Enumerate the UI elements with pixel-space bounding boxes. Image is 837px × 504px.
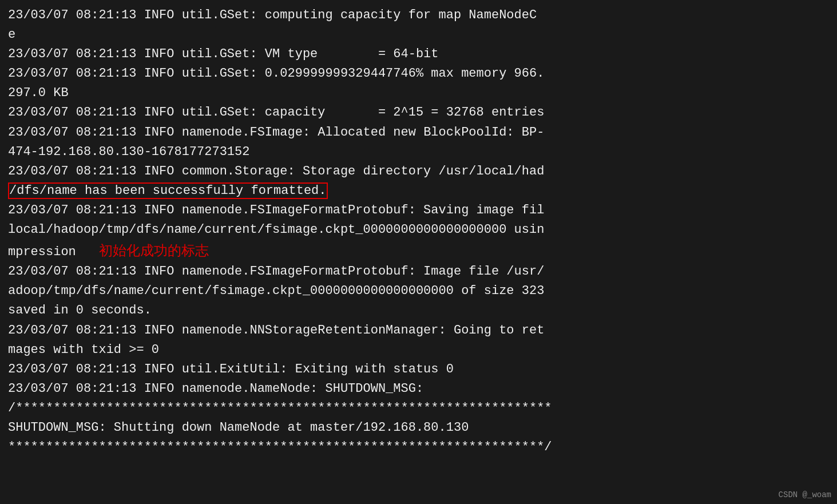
- log-line-3b: 297.0 KB: [8, 84, 829, 103]
- log-line-6a: 23/03/07 08:21:13 INFO common.Storage: S…: [8, 162, 829, 181]
- log-line-2: 23/03/07 08:21:13 INFO util.GSet: VM typ…: [8, 45, 829, 64]
- log-line-9b: mages with txid >= 0: [8, 340, 829, 360]
- log-line-3: 23/03/07 08:21:13 INFO util.GSet: 0.0299…: [8, 64, 829, 84]
- log-text-mpression: mpression: [8, 243, 76, 262]
- log-line-8a: 23/03/07 08:21:13 INFO namenode.FSImageF…: [8, 262, 829, 281]
- log-line-12: /***************************************…: [8, 399, 829, 418]
- log-line-14: ****************************************…: [8, 438, 829, 457]
- log-line-5b: 474-192.168.80.130-1678177273152: [8, 142, 829, 162]
- log-line-5a: 23/03/07 08:21:13 INFO namenode.FSImage:…: [8, 123, 829, 142]
- allocated-text: Allocated: [318, 125, 386, 140]
- log-line-7b: local/hadoop/tmp/dfs/name/current/fsimag…: [8, 220, 829, 240]
- log-line-8b: adoop/tmp/dfs/name/current/fsimage.ckpt_…: [8, 281, 829, 301]
- log-line-7a: 23/03/07 08:21:13 INFO namenode.FSImageF…: [8, 201, 829, 220]
- log-line-10: 23/03/07 08:21:13 INFO util.ExitUtil: Ex…: [8, 360, 829, 379]
- log-line-9a: 23/03/07 08:21:13 INFO namenode.NNStorag…: [8, 321, 829, 340]
- log-line-6b: /dfs/name has been successfully formatte…: [8, 181, 829, 201]
- log-line-11: 23/03/07 08:21:13 INFO namenode.NameNode…: [8, 379, 829, 399]
- terminal-window: 23/03/07 08:21:13 INFO util.GSet: comput…: [0, 0, 837, 504]
- log-line-13: SHUTDOWN_MSG: Shutting down NameNode at …: [8, 418, 829, 438]
- log-line-8c: saved in 0 seconds.: [8, 301, 829, 320]
- log-line-1: 23/03/07 08:21:13 INFO util.GSet: comput…: [8, 6, 829, 25]
- log-line-1b: e: [8, 25, 829, 45]
- success-highlight: /dfs/name has been successfully formatte…: [8, 182, 328, 199]
- watermark: CSDN @_woam: [779, 490, 831, 499]
- log-line-7c: mpression 初始化成功的标志: [8, 240, 829, 262]
- annotation-label: 初始化成功的标志: [99, 240, 209, 261]
- log-line-4: 23/03/07 08:21:13 INFO util.GSet: capaci…: [8, 103, 829, 122]
